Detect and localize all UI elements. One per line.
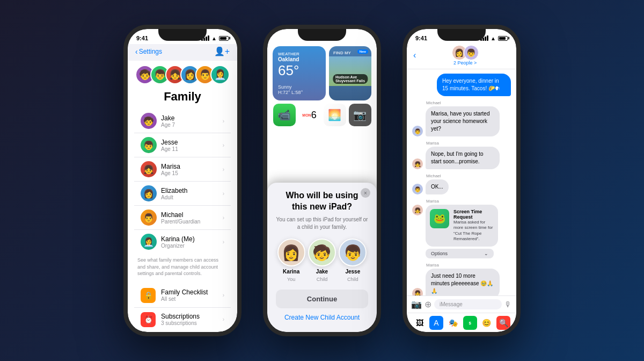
phone-1-family-settings: 9:41 ▲ ‹ Settings 👤+ 🧒 👦 👧 [123,25,241,336]
msg-group-screentime: Marisa 👧 🐸 Screen Time Request Marisa as… [412,199,511,258]
list-item-jake[interactable]: 🧒 Jake Age 7 › [134,109,231,133]
msg-text-marisa-2: Just need 10 more minutes pleeeeease 🥹🙏🙏 [431,273,493,294]
st-card-text: Screen Time Request Marisa asked for mor… [453,209,494,242]
elizabeth-sub: Adult [161,194,218,200]
add-person-icon[interactable]: 👤+ [214,46,230,56]
list-item-karina[interactable]: 👩‍💼 Karina (Me) Organizer › [134,230,231,254]
jesse-name: Jesse [161,139,218,146]
weather-desc: Sunny H:72° L:58° [278,84,320,95]
back-chevron-1: ‹ [135,47,138,56]
findmy-widget[interactable]: Find My New Hudson AveStuyvesant Falls [329,46,371,100]
more-app-bar-icon[interactable]: 🔍 [496,316,510,330]
jake-modal-avatar: 🧒 [308,239,336,266]
st-title: Screen Time Request [453,209,494,220]
memoji-app-bar-icon[interactable]: 😊 [480,316,494,330]
elizabeth-avatar: 👩 [141,185,157,201]
list-item-michael[interactable]: 👨 Michael Parent/Guardian › [134,206,231,230]
wifi-icon-1: ▲ [211,35,217,41]
marisa-msg-avatar-1: 👧 [412,158,423,169]
camera-icon[interactable]: 📷 [349,104,371,126]
karina-modal-avatar: 👩 [277,239,305,266]
status-icons-1: ▲ [201,35,229,41]
jesse-sub: Age 11 [161,146,218,152]
modal-subtitle: You can set up this iPad for yourself or… [276,216,368,231]
apps-input-icon[interactable]: ⊕ [425,299,431,309]
messages-list: Hey everyone, dinner in 15 minutes. Taco… [407,69,516,295]
msg-group-michael-1: Michael 👨 Marisa, have you started your … [412,100,511,136]
weather-widget[interactable]: Weather Oakland 65° Sunny H:72° L:58° [273,46,326,100]
contact-avatar-2: 👦 [464,45,479,60]
photos-app-bar-icon[interactable]: 🖼 [413,316,427,330]
calendar-month: MON [302,113,311,117]
modal-close-button[interactable]: × [361,188,370,198]
back-label-1: Settings [139,48,162,55]
contact-name[interactable]: 2 People > [453,60,477,66]
facetime-icon[interactable]: 📹 [273,104,296,126]
contact-info: 👩 👦 2 People > [420,45,510,66]
game-icon: 🐸 [430,209,449,228]
elizabeth-chevron: › [223,191,224,197]
camera-input-icon[interactable]: 📷 [411,299,422,309]
calendar-icon[interactable]: MON 6 [298,104,321,126]
mic-input-icon[interactable]: 🎙 [504,300,512,309]
list-item-elizabeth[interactable]: 👩 Elizabeth Adult › [134,182,231,206]
time-1: 9:41 [136,35,148,41]
screentime-row: 👧 🐸 Screen Time Request Marisa asked for… [412,205,511,258]
screen-time-card[interactable]: 🐸 Screen Time Request Marisa asked for m… [426,205,498,247]
michael-sender-label-2: Michael [426,174,511,178]
michael-avatar: 👨 [141,210,157,226]
michael-chevron: › [223,215,224,221]
subscriptions-name: Subscriptions [161,313,217,320]
messages-back-button[interactable]: ‹ [413,50,416,60]
subscriptions-sub: 3 subscriptions [161,320,217,326]
status-icons-2: ▲ [341,35,368,41]
avatar-karina: 👩‍💼 [210,65,230,84]
create-child-account-link[interactable]: Create New Child Account [276,314,368,321]
subscriptions-item[interactable]: ⏰ Subscriptions 3 subscriptions › [134,308,231,331]
jesse-avatar: 👦 [141,137,157,153]
wifi-icon-2: ▲ [351,35,356,41]
msg-bubble-michael-2: OK... [426,179,449,194]
messages-app-bar: 🖼 A 🎭 $ 😊 🔍 [407,313,516,332]
subscriptions-text: Subscriptions 3 subscriptions [161,313,217,326]
subscriptions-chevron: › [223,316,224,322]
person-jake-modal[interactable]: 🧒 Jake Child [308,239,336,282]
list-item-marisa[interactable]: 👧 Marisa Age 15 › [134,157,231,182]
elizabeth-name: Elizabeth [161,187,218,194]
msg-group-marisa-1: Marisa 👧 Nope, but I'm going to start so… [412,141,511,169]
continue-button[interactable]: Continue [276,290,368,308]
person-jesse-modal[interactable]: 👦 Jesse Child [339,239,367,282]
weather-city: Oakland [278,56,320,62]
animoji-app-bar-icon[interactable]: 🎭 [446,316,460,330]
family-checklist-item[interactable]: 🔒 Family Checklist All set › [134,284,231,308]
options-label: Options [431,251,448,256]
notch-1 [158,29,207,41]
checklist-text: Family Checklist All set [161,288,217,302]
jesse-modal-avatar: 👦 [339,239,367,266]
family-avatars: 🧒 👦 👧 👩 👨 👩‍💼 [128,61,237,86]
michael-sub: Parent/Guardian [161,219,218,225]
family-desc: See what family members can access and s… [128,254,237,280]
karina-name: Karina (Me) [161,235,218,243]
karina-modal-name: Karina [283,269,299,275]
phone-3-messages: 9:41 ▲ ‹ 👩 👦 2 People > [402,25,521,336]
st-options-button[interactable]: Options ⌄ [426,249,494,258]
battery-icon-2 [358,36,368,41]
jesse-modal-name: Jesse [345,269,360,275]
appstore-app-bar-icon[interactable]: A [429,316,443,330]
imessage-input[interactable]: iMessage [434,299,502,309]
list-item-jesse[interactable]: 👦 Jesse Age 11 › [134,133,231,157]
back-button-1[interactable]: ‹ Settings [135,47,162,56]
ipad-setup-modal: × Who will be usingthis new iPad? You ca… [267,183,377,332]
message-out-row: Hey everyone, dinner in 15 minutes. Taco… [412,74,511,96]
modal-title-text: Who will be usingthis new iPad? [286,191,358,211]
photos-icon[interactable]: 🌅 [324,104,346,126]
family-title: Family [128,86,237,109]
checklist-name: Family Checklist [161,288,217,296]
modal-people: 👩 Karina You 🧒 Jake Child 👦 Jesse Child [276,239,368,282]
weather-temp: 65° [278,62,320,79]
wifi-icon-3: ▲ [491,35,496,41]
msg-group-michael-2: Michael 👨 OK... [412,174,511,194]
person-karina[interactable]: 👩 Karina You [277,239,305,282]
cash-app-bar-icon[interactable]: $ [463,316,477,330]
